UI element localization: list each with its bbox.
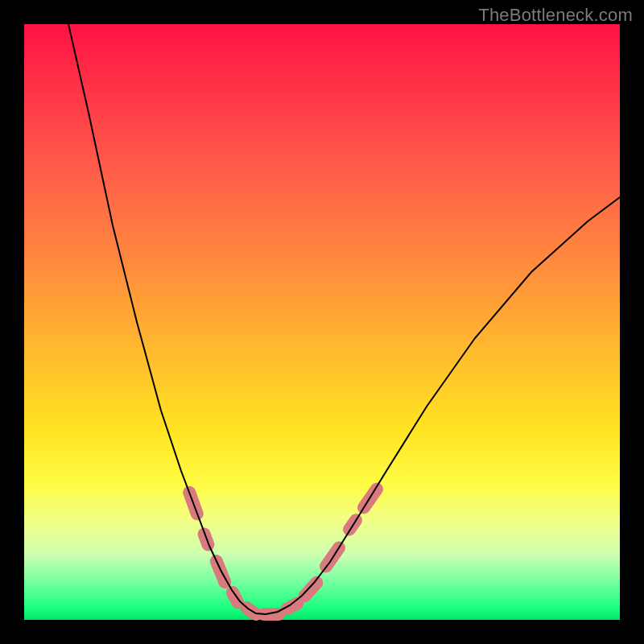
watermark-text: TheBottleneck.com (478, 5, 633, 26)
chart-frame: TheBottleneck.com (0, 0, 644, 644)
curve-marker (295, 574, 325, 605)
chart-overlay (24, 24, 620, 620)
